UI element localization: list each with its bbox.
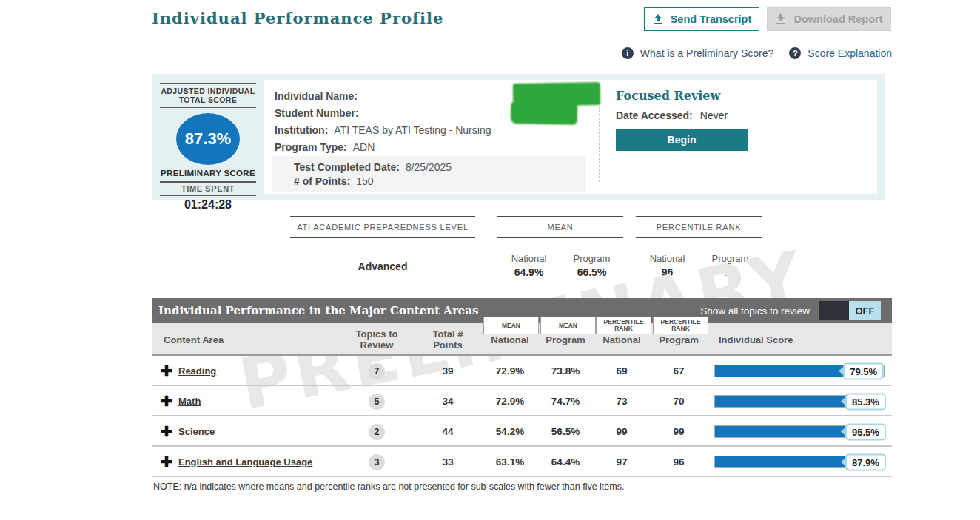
mean-national-value: 63.1% bbox=[488, 447, 532, 477]
total-points-value: 39 bbox=[426, 356, 470, 386]
content-area-link[interactable]: Science bbox=[178, 416, 215, 447]
focused-review-section: Focused Review Date Accessed: Never Begi… bbox=[616, 89, 860, 151]
info-icon: i bbox=[622, 47, 634, 59]
mean-national-value: 72.9% bbox=[488, 356, 532, 386]
content-area-link[interactable]: English and Language Usage bbox=[178, 447, 312, 477]
preparedness-level-value: Advanced bbox=[290, 260, 475, 272]
total-points-value: 44 bbox=[426, 416, 470, 447]
mean-header: MEAN bbox=[497, 216, 623, 238]
percentile-rank-header: PERCENTILE RANK bbox=[636, 216, 762, 238]
topics-count-badge: 5 bbox=[369, 394, 385, 410]
total-points-value: 34 bbox=[426, 386, 470, 416]
table-row-math: ✚ Math 5 34 72.9% 74.7% 73 70 85.3% bbox=[152, 386, 892, 416]
upload-icon bbox=[652, 13, 664, 25]
percentile-program-value: 96 bbox=[657, 447, 701, 477]
summary-panel: ADJUSTED INDIVIDUAL TOTAL SCORE 87.3% PR… bbox=[152, 74, 885, 200]
score-bar-fill bbox=[715, 365, 849, 377]
total-score-circle: 87.3% bbox=[176, 113, 240, 165]
score-box-label: ADJUSTED INDIVIDUAL TOTAL SCORE bbox=[152, 84, 264, 107]
download-icon bbox=[775, 13, 787, 25]
points-field: # of Points: 150 bbox=[294, 174, 580, 188]
mean-program-value: 74.7% bbox=[543, 386, 588, 416]
individual-score-bar: 79.5% bbox=[714, 365, 885, 377]
preliminary-score-label: PRELIMINARY SCORE bbox=[152, 169, 264, 178]
topics-count-badge: 7 bbox=[369, 363, 385, 379]
table-title: Individual Performance in the Major Cont… bbox=[152, 304, 479, 317]
topics-count-badge: 2 bbox=[369, 424, 385, 440]
percentile-national: National 96 bbox=[636, 253, 699, 278]
mean-national: National 64.9% bbox=[497, 253, 560, 278]
download-report-button[interactable]: Download Report bbox=[767, 7, 891, 31]
mean-program-value: 56.5% bbox=[543, 416, 588, 447]
number-redaction-marker bbox=[511, 102, 577, 125]
divider bbox=[152, 499, 892, 499]
program-type-field: Program Type: ADN bbox=[275, 138, 593, 155]
table-row-reading: ✚ Reading 7 39 72.9% 73.8% 69 67 79.5% bbox=[152, 356, 892, 386]
table-row-english: ✚ English and Language Usage 3 33 63.1% … bbox=[152, 447, 892, 477]
table-row-science: ✚ Science 2 44 54.2% 56.5% 99 99 95.5% bbox=[152, 416, 892, 447]
mean-block: MEAN National 64.9% Program 66.5% bbox=[497, 216, 623, 278]
percentile-program-value: 67 bbox=[657, 356, 701, 386]
time-spent-label: TIME SPENT bbox=[152, 183, 264, 195]
percentile-national-value: 97 bbox=[600, 447, 644, 477]
total-points-value: 33 bbox=[426, 447, 470, 477]
send-transcript-label: Send Transcript bbox=[671, 13, 752, 25]
mean-national-value: 54.2% bbox=[488, 416, 532, 447]
score-explanation-link[interactable]: Score Explanation bbox=[808, 47, 892, 59]
individual-score-bar: 85.3% bbox=[714, 395, 885, 408]
mean-program: Program 66.5% bbox=[560, 253, 623, 278]
help-links-row: i What is a Preliminary Score? ? Score E… bbox=[614, 47, 892, 59]
preparedness-level-header: ATI ACADEMIC PREPAREDNESS LEVEL bbox=[290, 216, 475, 238]
toggle-state: OFF bbox=[849, 301, 881, 320]
score-callout: 95.5% bbox=[845, 423, 886, 440]
individual-info-card: Individual Name: Student Number: Institu… bbox=[264, 80, 877, 194]
page-title: Individual Performance Profile bbox=[152, 9, 443, 27]
individual-score-bar: 95.5% bbox=[714, 425, 885, 438]
content-areas-table: PRELIMINARY Individual Performance in th… bbox=[152, 298, 892, 499]
percentile-rank-block: PERCENTILE RANK National 96 Program 95 bbox=[636, 216, 762, 278]
percentile-program-value: 99 bbox=[657, 416, 701, 447]
super-header-mean-national: MEAN bbox=[483, 317, 539, 334]
preparedness-level-block: ATI ACADEMIC PREPAREDNESS LEVEL Advanced bbox=[290, 216, 475, 272]
download-report-label: Download Report bbox=[793, 13, 882, 25]
begin-button[interactable]: Begin bbox=[616, 129, 748, 151]
total-score-value: 87.3% bbox=[185, 129, 231, 149]
score-bar-fill bbox=[715, 396, 859, 407]
mean-program-value: 73.8% bbox=[543, 356, 588, 386]
content-area-link[interactable]: Math bbox=[178, 386, 201, 416]
toggle-knob bbox=[819, 301, 849, 320]
date-accessed-field: Date Accessed: Never bbox=[616, 109, 860, 121]
expand-plus-icon[interactable]: ✚ bbox=[159, 386, 174, 416]
test-date-field: Test Completed Date: 8/25/2025 bbox=[294, 160, 580, 174]
score-callout: 87.9% bbox=[845, 453, 886, 470]
send-transcript-button[interactable]: Send Transcript bbox=[644, 7, 759, 31]
expand-plus-icon[interactable]: ✚ bbox=[159, 356, 174, 386]
topics-toggle-wrap: Show all topics to review OFF bbox=[700, 298, 881, 323]
mean-national-value: 72.9% bbox=[488, 386, 532, 416]
percentile-program-value: 70 bbox=[657, 386, 701, 416]
column-topics-to-review: Topics to Review bbox=[347, 323, 406, 356]
super-header-percentile-program: PERCENTILE RANK bbox=[653, 317, 708, 334]
topics-count-badge: 3 bbox=[369, 454, 385, 470]
toggle-label: Show all topics to review bbox=[700, 305, 810, 317]
percentile-national-value: 73 bbox=[600, 386, 644, 416]
column-content-area: Content Area bbox=[164, 323, 224, 356]
content-area-link[interactable]: Reading bbox=[178, 356, 216, 386]
preliminary-score-question[interactable]: What is a Preliminary Score? bbox=[640, 47, 774, 59]
divider bbox=[160, 107, 256, 108]
show-topics-toggle[interactable]: OFF bbox=[819, 301, 881, 320]
focused-review-title: Focused Review bbox=[616, 89, 860, 103]
table-note: NOTE: n/a indicates where means and perc… bbox=[152, 477, 892, 499]
individual-score-bar: 87.9% bbox=[714, 456, 885, 468]
super-header-mean-program: MEAN bbox=[540, 317, 596, 334]
score-callout: 85.3% bbox=[845, 393, 886, 410]
mean-program-value: 64.4% bbox=[543, 447, 588, 477]
time-spent-value: 01:24:28 bbox=[152, 196, 264, 212]
super-header-percentile-national: PERCENTILE RANK bbox=[596, 317, 651, 334]
individual-performance-profile-page: Individual Performance Profile Send Tran… bbox=[0, 0, 980, 520]
column-total-points: Total # Points bbox=[418, 323, 477, 356]
expand-plus-icon[interactable]: ✚ bbox=[159, 447, 174, 477]
test-details-box: Test Completed Date: 8/25/2025 # of Poin… bbox=[272, 156, 586, 192]
adjusted-score-box: ADJUSTED INDIVIDUAL TOTAL SCORE 87.3% PR… bbox=[152, 74, 264, 200]
expand-plus-icon[interactable]: ✚ bbox=[159, 416, 174, 447]
